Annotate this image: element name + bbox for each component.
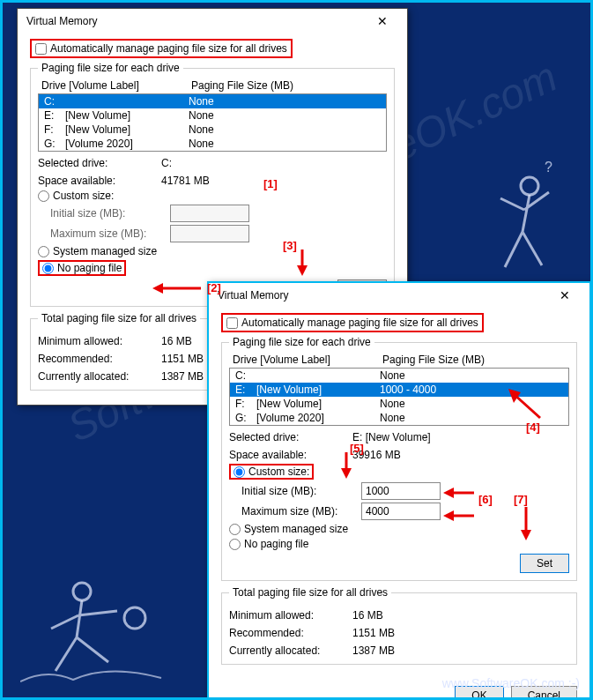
max-size-input [170, 225, 249, 242]
auto-manage-label: Automatically manage paging file size fo… [241, 316, 478, 329]
auto-manage-label: Automatically manage paging file size fo… [50, 42, 287, 55]
max-size-label: Maximum size (MB): [50, 227, 165, 240]
drive-row[interactable]: E:[New Volume]None [39, 108, 386, 123]
drive-group: Paging file size for each drive Drive [V… [30, 62, 395, 307]
min-value: 16 MB [352, 609, 383, 622]
min-label: Minimum allowed: [38, 335, 161, 347]
svg-point-17 [124, 607, 145, 629]
auto-manage-checkbox[interactable]: Automatically manage paging file size fo… [221, 313, 484, 332]
custom-size-label: Custom size: [53, 190, 114, 202]
system-managed-radio[interactable] [229, 524, 241, 535]
space-label: Space available: [229, 449, 352, 461]
auto-manage-check-input[interactable] [226, 317, 238, 329]
drive-row[interactable]: C:None [39, 94, 386, 108]
drive-row[interactable]: C:None [230, 369, 568, 383]
header-drive: Drive [Volume Label] [233, 354, 382, 366]
dialog-title: Virtual Memory [218, 289, 288, 302]
custom-size-radio[interactable] [233, 466, 245, 478]
space-label: Space available: [38, 175, 161, 187]
drive-row[interactable]: F:[New Volume]None [39, 123, 386, 137]
drive-group-legend: Paging file size for each drive [229, 336, 374, 348]
svg-point-14 [521, 177, 538, 195]
drive-row[interactable]: F:[New Volume]None [230, 397, 568, 411]
system-managed-label: System managed size [53, 245, 157, 257]
selected-drive-label: Selected drive: [229, 431, 352, 443]
custom-size-label: Custom size: [248, 465, 309, 478]
header-drive: Drive [Volume Label] [41, 79, 191, 92]
drive-list-header: Drive [Volume Label] Paging File Size (M… [229, 354, 569, 368]
drive-row[interactable]: G:[Volume 2020]None [230, 411, 568, 425]
no-paging-radio[interactable] [42, 263, 54, 274]
rec-value: 1151 MB [352, 627, 395, 639]
cur-value: 1387 MB [161, 370, 204, 383]
drive-list[interactable]: C:NoneE:[New Volume]1000 - 4000F:[New Vo… [229, 368, 569, 426]
initial-size-label: Initial size (MB): [50, 207, 165, 220]
footer-url: www.SoftwareOK.com :-) [442, 676, 580, 690]
auto-manage-checkbox[interactable]: Automatically manage paging file size fo… [30, 39, 293, 58]
space-value: 39916 MB [352, 449, 401, 461]
custom-size-radio[interactable] [38, 190, 49, 202]
rec-label: Recommended: [229, 627, 352, 639]
cur-value: 1387 MB [352, 644, 395, 657]
doodle-figure-icon [20, 567, 196, 690]
auto-manage-check-input[interactable] [35, 43, 47, 55]
doodle-figure-icon: ? [461, 161, 567, 285]
drive-group-legend: Paging file size for each drive [38, 62, 183, 74]
system-managed-radio[interactable] [38, 246, 49, 257]
initial-size-label: Initial size (MB): [241, 485, 356, 497]
selected-drive-value: C: [161, 157, 172, 169]
selected-drive-label: Selected drive: [38, 157, 161, 169]
drive-list[interactable]: C:NoneE:[New Volume]NoneF:[New Volume]No… [38, 93, 387, 152]
rec-label: Recommended: [38, 353, 161, 365]
close-icon[interactable]: ✕ [547, 288, 582, 302]
selected-drive-value: E: [New Volume] [352, 431, 431, 443]
max-size-input[interactable] [361, 503, 441, 520]
header-size: Paging File Size (MB) [191, 79, 293, 92]
set-button[interactable]: Set [520, 554, 569, 573]
min-label: Minimum allowed: [229, 609, 352, 622]
max-size-label: Maximum size (MB): [241, 505, 356, 518]
drive-group: Paging file size for each drive Drive [V… [221, 336, 577, 581]
space-value: 41781 MB [161, 175, 210, 187]
drive-list-header: Drive [Volume Label] Paging File Size (M… [38, 79, 387, 93]
initial-size-input [170, 205, 249, 222]
titlebar: Virtual Memory ✕ [18, 9, 407, 34]
initial-size-input[interactable] [361, 482, 441, 500]
cur-label: Currently allocated: [38, 370, 161, 383]
titlebar: Virtual Memory ✕ [209, 283, 589, 308]
svg-text:?: ? [545, 161, 552, 175]
svg-point-16 [73, 583, 91, 600]
cur-label: Currently allocated: [229, 644, 352, 657]
no-paging-radio[interactable] [229, 539, 241, 550]
drive-row[interactable]: G:[Volume 2020]None [39, 137, 386, 151]
rec-value: 1151 MB [161, 353, 204, 365]
totals-group: Total paging file size for all drives Mi… [221, 586, 577, 665]
drive-row[interactable]: E:[New Volume]1000 - 4000 [230, 383, 568, 397]
no-paging-label: No paging file [244, 538, 308, 550]
totals-legend: Total paging file size for all drives [38, 312, 200, 324]
header-size: Paging File Size (MB) [382, 354, 485, 366]
min-value: 16 MB [161, 335, 192, 347]
close-icon[interactable]: ✕ [365, 14, 400, 28]
system-managed-label: System managed size [244, 523, 348, 535]
virtual-memory-dialog-2: Virtual Memory ✕ Automatically manage pa… [207, 281, 591, 700]
totals-legend: Total paging file size for all drives [229, 586, 391, 599]
no-paging-label: No paging file [57, 262, 122, 274]
dialog-title: Virtual Memory [26, 15, 97, 27]
